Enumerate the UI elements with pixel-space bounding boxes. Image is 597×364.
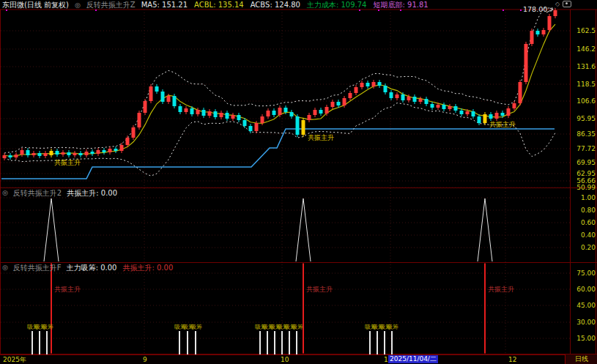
candle bbox=[507, 108, 511, 116]
indicator-toggle-icon[interactable]: ◎ bbox=[75, 1, 81, 10]
panel3-toggle-icon[interactable]: ◎ bbox=[2, 264, 8, 272]
indicator-values: MA5: 151.21ACBL: 135.14ACBS: 124.80主力成本:… bbox=[141, 1, 429, 10]
signal-spike bbox=[478, 198, 492, 261]
candle bbox=[155, 86, 159, 92]
chart-title-bar: 东田微(日线 前复权) ◎ 反转共振主升Z MA5: 151.21ACBL: 1… bbox=[0, 0, 429, 10]
candle bbox=[472, 111, 475, 116]
candle bbox=[355, 87, 358, 93]
candle bbox=[196, 110, 200, 114]
candle bbox=[179, 106, 182, 112]
panel2-header: ◎ 反转共振主升2 共振主升: 0.00 bbox=[0, 188, 117, 197]
panel3-values: 主力吸筹: 0.00共振主升: 0.00 bbox=[67, 264, 174, 272]
candle bbox=[495, 113, 499, 119]
candle bbox=[132, 127, 136, 138]
candle bbox=[513, 103, 516, 108]
candle bbox=[62, 152, 65, 155]
candle bbox=[331, 102, 335, 107]
candle bbox=[114, 149, 118, 151]
panel2-value: 共振主升: 0.00 bbox=[67, 189, 117, 197]
candle bbox=[144, 101, 147, 113]
candle bbox=[314, 110, 317, 115]
candle bbox=[85, 152, 89, 155]
candle bbox=[220, 113, 223, 117]
panel3-value: 主力吸筹: 0.00 bbox=[67, 264, 117, 272]
indicator-value: 主力成本: 109.74 bbox=[307, 1, 367, 10]
candle bbox=[489, 114, 493, 119]
candle bbox=[243, 120, 247, 126]
candle bbox=[91, 152, 94, 154]
candle bbox=[425, 99, 429, 104]
candle bbox=[501, 113, 505, 116]
candle bbox=[396, 94, 399, 98]
candle bbox=[448, 106, 452, 109]
candle bbox=[67, 152, 71, 155]
panel3-header: ◎ 反转共振主升F 主力吸筹: 0.00共振主升: 0.00 bbox=[0, 263, 173, 272]
candle bbox=[255, 123, 259, 131]
candle bbox=[401, 94, 405, 100]
candle bbox=[38, 153, 42, 156]
candle bbox=[21, 150, 24, 155]
stock-title: 东田微(日线 前复权) bbox=[2, 1, 69, 10]
candle bbox=[237, 115, 241, 120]
candle bbox=[343, 98, 346, 105]
candle bbox=[384, 86, 388, 92]
candle bbox=[73, 153, 77, 155]
candle bbox=[26, 150, 30, 155]
candle bbox=[267, 111, 270, 116]
candle bbox=[378, 82, 382, 86]
panel3-indicator-name: 反转共振主升F bbox=[13, 264, 62, 272]
panel2-toggle-icon[interactable]: ◎ bbox=[2, 189, 8, 197]
upper-band-line bbox=[4, 8, 555, 153]
candle bbox=[249, 126, 253, 131]
diamond-icon[interactable]: ◇ bbox=[555, 1, 560, 7]
candle bbox=[460, 111, 464, 114]
candle bbox=[261, 116, 264, 123]
candle bbox=[319, 110, 323, 114]
candle bbox=[56, 151, 59, 155]
candle bbox=[32, 153, 36, 155]
candle bbox=[44, 153, 48, 156]
indicator-value: 短期底部: 91.81 bbox=[373, 1, 428, 10]
trading-app-window: 东田微(日线 前复权) ◎ 反转共振主升Z MA5: 151.21ACBL: 1… bbox=[0, 0, 597, 364]
candle bbox=[548, 16, 552, 30]
candle bbox=[138, 113, 141, 127]
candle bbox=[413, 97, 417, 102]
candle bbox=[272, 111, 276, 115]
candle bbox=[103, 150, 106, 152]
candle bbox=[3, 155, 7, 158]
candle bbox=[325, 107, 329, 114]
candle bbox=[15, 155, 18, 157]
candle bbox=[390, 92, 393, 98]
period-selector[interactable]: 日线 bbox=[565, 354, 597, 364]
candle bbox=[185, 108, 188, 112]
candle bbox=[337, 102, 341, 105]
candle bbox=[437, 105, 440, 108]
candle bbox=[9, 155, 12, 157]
ma5-line bbox=[4, 24, 555, 156]
candle bbox=[483, 114, 487, 123]
candle bbox=[161, 92, 165, 102]
panel2-indicator-name: 反转共振主升2 bbox=[13, 189, 62, 197]
candle bbox=[530, 31, 534, 44]
candle bbox=[284, 108, 288, 112]
candle bbox=[524, 44, 528, 82]
candle bbox=[407, 97, 411, 100]
candle bbox=[519, 82, 522, 103]
time-axis bbox=[0, 354, 597, 364]
panel-layout-icon[interactable] bbox=[563, 1, 571, 7]
panel3-value: 共振主升: 0.00 bbox=[122, 264, 173, 272]
candle bbox=[167, 96, 171, 102]
indicator-value: ACBL: 135.14 bbox=[194, 1, 244, 10]
date-highlight: 2025/11/04/二 bbox=[388, 355, 438, 363]
candle bbox=[214, 111, 218, 117]
candle bbox=[454, 106, 458, 111]
candle bbox=[50, 151, 53, 155]
candle bbox=[208, 111, 212, 116]
indicator-value: ACBS: 124.80 bbox=[251, 1, 300, 10]
candle bbox=[79, 153, 83, 155]
candle bbox=[97, 150, 100, 154]
candle bbox=[360, 83, 364, 87]
indicator-value: MA5: 151.21 bbox=[141, 1, 188, 10]
candle bbox=[278, 108, 282, 115]
chart-canvas[interactable] bbox=[0, 0, 597, 364]
